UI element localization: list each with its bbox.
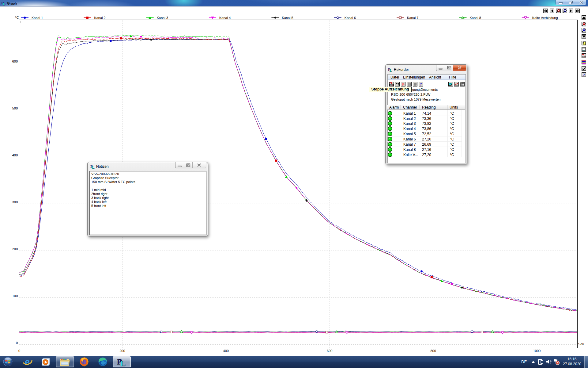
- svg-text:Kanal 5: Kanal 5: [282, 16, 293, 20]
- svg-text:L: L: [120, 359, 126, 367]
- svg-text:Kanal 3: Kanal 3: [157, 16, 168, 20]
- svg-text:0: 0: [16, 341, 18, 345]
- svg-text:Kanal 8: Kanal 8: [470, 16, 481, 20]
- svg-text:Kanal 7: Kanal 7: [407, 16, 418, 20]
- svg-text:200: 200: [12, 247, 18, 251]
- svg-text:600: 600: [12, 59, 18, 63]
- svg-text:L: L: [390, 68, 392, 72]
- svg-text:600: 600: [327, 349, 332, 353]
- svg-text:L: L: [3, 2, 6, 6]
- svg-text:100: 100: [12, 294, 18, 298]
- svg-text:400: 400: [223, 349, 229, 353]
- svg-text:Kalte Verbindung: Kalte Verbindung: [532, 16, 558, 20]
- svg-text:800: 800: [430, 349, 436, 353]
- svg-text:Sek: Sek: [578, 342, 584, 346]
- svg-text:°C: °C: [15, 16, 19, 19]
- svg-text:300: 300: [12, 200, 18, 204]
- svg-text:200: 200: [119, 349, 125, 353]
- svg-text:L: L: [92, 165, 95, 169]
- svg-text:?: ?: [420, 82, 422, 86]
- svg-text:500: 500: [12, 106, 18, 110]
- svg-text:e: e: [25, 357, 30, 367]
- svg-text:Kanal 2: Kanal 2: [94, 16, 105, 20]
- svg-text:400: 400: [12, 153, 18, 157]
- svg-text:Kanal 4: Kanal 4: [219, 16, 231, 20]
- svg-text:Kanal 1: Kanal 1: [32, 16, 43, 20]
- svg-text:Kanal 6: Kanal 6: [345, 16, 356, 20]
- svg-text:?: ?: [583, 72, 585, 77]
- svg-text:1000: 1000: [533, 349, 541, 353]
- svg-text:0: 0: [18, 349, 20, 353]
